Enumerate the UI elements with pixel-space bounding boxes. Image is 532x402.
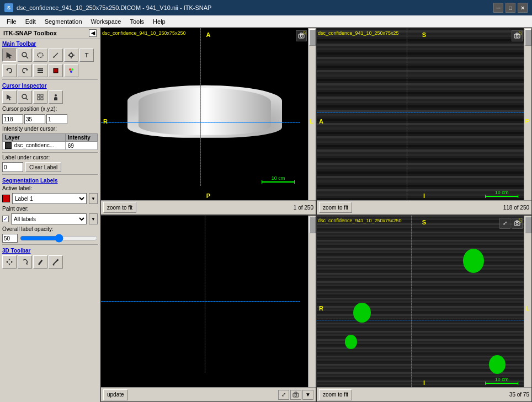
3d-rotate-button[interactable] bbox=[18, 255, 32, 269]
axial-crosshair-vertical bbox=[200, 28, 201, 186]
sagittal-crosshair-horizontal bbox=[317, 320, 524, 320]
sagittal-expand-button[interactable]: ⤢ bbox=[499, 218, 510, 229]
cursor-z-input[interactable] bbox=[46, 114, 67, 124]
3d-crosshair-horizontal bbox=[101, 301, 300, 302]
3d-update-button[interactable]: update bbox=[103, 389, 128, 400]
svg-point-27 bbox=[55, 94, 57, 97]
3d-controls: update ⤢ ▼ bbox=[101, 387, 316, 401]
3d-camera-icon[interactable] bbox=[290, 390, 301, 400]
svg-point-43 bbox=[295, 394, 297, 396]
undo-button[interactable] bbox=[2, 64, 17, 77]
viewport-top-left: 10 cm A P R L dsc_confidence_941_10_250x… bbox=[100, 28, 316, 215]
svg-marker-20 bbox=[7, 94, 12, 100]
label-value-input[interactable] bbox=[2, 162, 23, 172]
clear-label-button[interactable]: Clear Label bbox=[25, 162, 61, 172]
sagittal-scale-bar: 10 cm bbox=[485, 377, 518, 384]
cursor-x-input[interactable] bbox=[2, 114, 23, 124]
pencil-tool-button[interactable] bbox=[49, 49, 63, 62]
coronal-bottom-dir-label: I bbox=[423, 192, 425, 199]
color-button[interactable] bbox=[64, 64, 78, 77]
svg-point-3 bbox=[38, 53, 43, 57]
3d-more-icon[interactable]: ▼ bbox=[302, 390, 313, 400]
maximize-button[interactable]: □ bbox=[506, 3, 515, 13]
active-label-row: Active label: bbox=[0, 184, 100, 192]
toolbox-collapse-button[interactable]: ◀ bbox=[89, 29, 97, 37]
label-row: Clear Label bbox=[0, 161, 100, 173]
coronal-slice-info: 118 of 250 bbox=[503, 205, 529, 211]
3d-expand-icon[interactable]: ⤢ bbox=[278, 390, 289, 400]
magnify-tool-button[interactable] bbox=[18, 49, 32, 62]
cursor-y-input[interactable] bbox=[24, 114, 45, 124]
text-tool-button[interactable]: T bbox=[79, 49, 94, 62]
svg-marker-30 bbox=[6, 261, 8, 263]
paint-over-select[interactable]: All labels bbox=[11, 213, 87, 224]
cursor-coords-row bbox=[0, 113, 100, 125]
redo-button[interactable] bbox=[18, 64, 32, 77]
cursor-inspect-button[interactable] bbox=[2, 90, 17, 104]
cursor-position-label: Cursor position (x,y,z): bbox=[2, 106, 57, 112]
sagittal-scrollbar[interactable] bbox=[524, 216, 531, 388]
menu-edit[interactable]: Edit bbox=[21, 17, 40, 26]
lasso-tool-button[interactable] bbox=[33, 49, 47, 62]
paint-over-row: Paint over: bbox=[0, 205, 100, 213]
active-label-select[interactable]: Label 1 bbox=[12, 193, 87, 204]
sagittal-left-dir-label: R bbox=[319, 305, 323, 312]
close-button[interactable]: ✕ bbox=[518, 3, 528, 13]
axial-scrollbar[interactable] bbox=[308, 28, 316, 200]
menu-help[interactable]: Help bbox=[148, 17, 170, 26]
axial-slice-info: 1 of 250 bbox=[294, 205, 313, 211]
menu-segmentation[interactable]: Segmentation bbox=[40, 17, 87, 26]
seg-blob-4 bbox=[489, 355, 506, 374]
3d-dropper-button[interactable] bbox=[49, 255, 63, 269]
label-under-cursor-label: Label under cursor: bbox=[0, 154, 100, 161]
3d-scrollbar[interactable] bbox=[308, 216, 316, 388]
label-dropdown-button[interactable]: ▼ bbox=[89, 193, 98, 204]
segment-button[interactable] bbox=[49, 64, 63, 77]
svg-point-18 bbox=[71, 68, 73, 71]
opacity-value-input[interactable] bbox=[2, 234, 18, 243]
app-icon: S bbox=[4, 3, 13, 12]
all-labels-checkbox[interactable]: ✓ bbox=[2, 216, 9, 222]
3d-crosshair-vertical bbox=[205, 216, 205, 373]
coronal-crosshair-vertical bbox=[407, 28, 407, 200]
svg-rect-14 bbox=[38, 70, 43, 71]
minimize-button[interactable]: ─ bbox=[493, 3, 503, 13]
svg-point-40 bbox=[516, 35, 518, 37]
3d-paint-button[interactable] bbox=[33, 255, 47, 269]
sagittal-header: dsc_confidence_941_10_250x75x250 bbox=[318, 217, 402, 223]
cursor-tool-button[interactable] bbox=[2, 49, 17, 62]
layers-button[interactable] bbox=[33, 64, 47, 77]
sagittal-controls: zoom to fit 35 of 75 bbox=[317, 387, 531, 401]
grid-inspect-button[interactable] bbox=[33, 90, 47, 104]
3d-view-canvas bbox=[101, 216, 308, 388]
person-inspect-button[interactable] bbox=[49, 90, 63, 104]
opacity-control-row bbox=[0, 233, 100, 243]
svg-rect-13 bbox=[38, 68, 43, 69]
paint-select-row: ✓ All labels ▼ bbox=[0, 213, 100, 225]
axial-right-dir-label: L bbox=[310, 118, 313, 125]
axial-zoom-button[interactable]: zoom to fit bbox=[103, 202, 136, 213]
divider-4 bbox=[2, 244, 98, 245]
sagittal-crosshair-vertical bbox=[411, 216, 412, 388]
sagittal-bottom-dir-label: I bbox=[423, 379, 425, 386]
coronal-zoom-button[interactable]: zoom to fit bbox=[319, 202, 352, 213]
active-label-text: Active label: bbox=[2, 185, 32, 191]
opacity-slider[interactable] bbox=[20, 234, 98, 242]
coronal-camera-button[interactable] bbox=[512, 30, 523, 41]
paint-dropdown-button[interactable]: ▼ bbox=[89, 213, 98, 224]
viewport-bottom-left: update ⤢ ▼ bbox=[100, 215, 316, 403]
crosshair-tool-button[interactable] bbox=[64, 49, 78, 62]
sagittal-zoom-button[interactable]: zoom to fit bbox=[319, 389, 352, 400]
axial-camera-button[interactable] bbox=[296, 30, 307, 41]
sagittal-camera-button[interactable] bbox=[512, 218, 523, 229]
svg-point-37 bbox=[300, 35, 302, 37]
coronal-scrollbar[interactable] bbox=[524, 28, 531, 200]
menu-workspace[interactable]: Workspace bbox=[87, 17, 126, 26]
toolbox-title: ITK-SNAP Toolbox ◀ bbox=[0, 28, 100, 39]
viewport-top-right: 10 cm S I A P dsc_confidence_941_10_250x… bbox=[316, 28, 532, 215]
menu-file[interactable]: File bbox=[2, 17, 21, 26]
zoom-inspect-button[interactable] bbox=[18, 90, 32, 104]
opacity-label: Overall label opacity: bbox=[2, 226, 54, 232]
3d-move-button[interactable] bbox=[2, 255, 17, 269]
menu-tools[interactable]: Tools bbox=[125, 17, 148, 26]
